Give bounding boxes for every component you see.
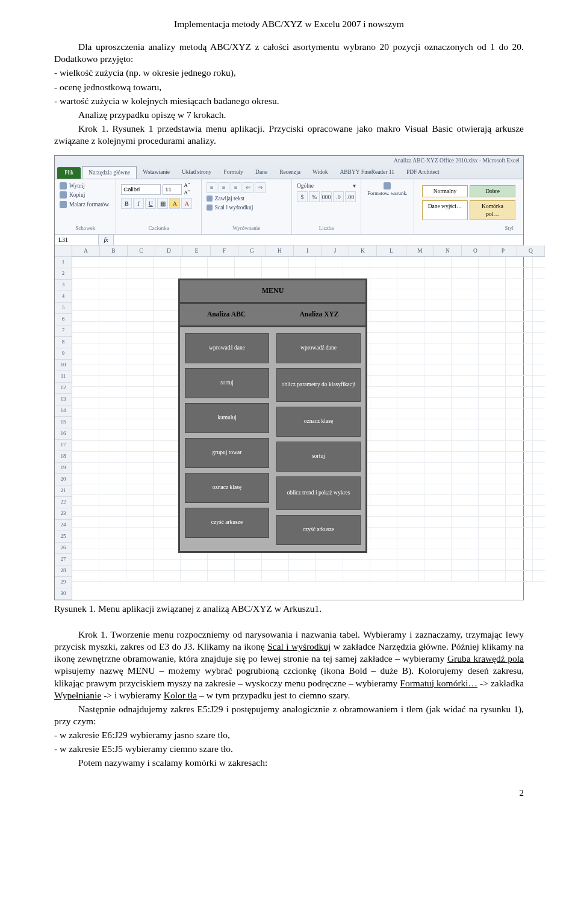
row-header[interactable]: 10 — [55, 360, 72, 371]
menu-button[interactable]: grupuj towar — [185, 438, 269, 468]
row-header[interactable]: 6 — [55, 314, 72, 325]
tab-formulas[interactable]: Formuły — [217, 166, 249, 179]
painter-button[interactable]: Malarz formatów — [69, 201, 109, 208]
row-header[interactable]: 4 — [55, 291, 72, 303]
row-header[interactable]: 15 — [55, 417, 72, 428]
window-title: Analiza ABC-XYZ Office 2010.xlsx - Micro… — [394, 157, 520, 164]
row-header[interactable]: 25 — [55, 531, 72, 543]
col-header[interactable]: Q — [517, 245, 545, 256]
row-header[interactable]: 22 — [55, 497, 72, 508]
row-header[interactable]: 18 — [55, 451, 72, 463]
grid-area[interactable]: MENU Analiza ABC Analiza XYZ wprowadź da… — [72, 257, 545, 582]
col-header[interactable]: B — [100, 245, 128, 256]
cut-button[interactable]: Wytnij — [69, 182, 85, 189]
col-header[interactable]: D — [155, 245, 183, 256]
tab-layout[interactable]: Układ strony — [176, 166, 217, 179]
page-title: Implementacja metody ABC/XYZ w Excelu 20… — [54, 18, 524, 30]
col-header[interactable]: K — [349, 245, 377, 256]
row-header[interactable]: 26 — [55, 543, 72, 554]
row-header[interactable]: 19 — [55, 463, 72, 474]
copy-button[interactable]: Kopiuj — [69, 191, 85, 199]
row-header[interactable]: 28 — [55, 565, 72, 577]
col-header[interactable]: E — [183, 245, 211, 256]
list-item: - w zakresie E5:J5 wybieramy ciemno szar… — [54, 743, 524, 755]
row-header[interactable]: 24 — [55, 520, 72, 531]
font-name-input[interactable] — [121, 184, 161, 195]
menu-panel: MENU Analiza ABC Analiza XYZ wprowadź da… — [178, 279, 367, 553]
row-header[interactable]: 8 — [55, 337, 72, 348]
menu-button[interactable]: wprowadź dane — [185, 333, 269, 363]
list-item: - wartość zużycia w kolejnych miesiącach… — [54, 95, 524, 107]
paragraph: Następnie odnajdujemy zakres E5:J29 i po… — [54, 703, 524, 727]
paragraph: Dla uproszczenia analizy metodą ABC/XYZ … — [54, 41, 524, 65]
col-header[interactable]: C — [128, 245, 155, 256]
tab-abbyy[interactable]: ABBYY FineReader 11 — [334, 166, 400, 179]
fx-icon[interactable]: fx — [99, 235, 114, 245]
group-font: Czcionka — [121, 225, 196, 232]
tab-home[interactable]: Narzędzia główne — [82, 166, 137, 179]
tab-file[interactable]: Plik — [57, 167, 81, 179]
cond-format-button[interactable]: Formatow. warunk. — [367, 190, 407, 197]
menu-button[interactable]: kumuluj — [185, 403, 269, 433]
style-normal[interactable]: Normalny — [422, 185, 468, 197]
col-header[interactable]: L — [377, 245, 406, 256]
tab-data[interactable]: Dane — [249, 166, 273, 179]
font-size-input[interactable] — [163, 184, 182, 195]
row-header[interactable]: 29 — [55, 577, 72, 588]
menu-button[interactable]: wprowadź dane — [276, 333, 361, 363]
row-headers: 1234567891011121314151617181920212223242… — [55, 245, 72, 600]
col-header[interactable]: H — [266, 245, 294, 256]
formula-bar[interactable] — [114, 235, 523, 245]
menu-button[interactable]: czyść arkusze — [185, 508, 269, 538]
tab-review[interactable]: Recenzja — [273, 166, 306, 179]
row-header[interactable]: 7 — [55, 325, 72, 337]
row-header[interactable]: 13 — [55, 394, 72, 405]
row-header[interactable]: 27 — [55, 554, 72, 565]
row-header[interactable]: 3 — [55, 280, 72, 291]
row-header[interactable]: 20 — [55, 474, 72, 485]
list-item: - wielkość zużycia (np. w okresie jedneg… — [54, 67, 524, 79]
col-header[interactable]: A — [72, 245, 100, 256]
menu-button[interactable]: sortuj — [276, 442, 361, 472]
name-box[interactable]: L31 — [55, 235, 99, 245]
cut-icon — [60, 182, 67, 189]
row-header[interactable]: 23 — [55, 508, 72, 520]
row-header[interactable]: 2 — [55, 268, 72, 280]
row-header[interactable]: 9 — [55, 348, 72, 360]
menu-button[interactable]: sortuj — [185, 368, 269, 398]
row-header[interactable]: 11 — [55, 371, 72, 383]
col-header[interactable]: I — [294, 245, 322, 256]
tab-insert[interactable]: Wstawianie — [137, 166, 176, 179]
col-header[interactable]: M — [406, 245, 434, 256]
menu-button[interactable]: oblicz trend i pokaż wykres — [276, 476, 361, 510]
row-header[interactable]: 16 — [55, 428, 72, 440]
font-buttons[interactable]: BIU▦AA — [121, 198, 196, 209]
row-header[interactable]: 17 — [55, 440, 72, 451]
row-header[interactable]: 14 — [55, 405, 72, 417]
menu-button[interactable]: oblicz parametry do klasyfikacji — [276, 368, 361, 402]
col-header[interactable]: P — [489, 245, 517, 256]
col-header[interactable]: F — [211, 245, 238, 256]
row-header[interactable]: 1 — [55, 257, 72, 268]
tab-pdf[interactable]: PDF Architect — [400, 166, 446, 179]
style-good[interactable]: Dobre — [470, 185, 515, 197]
tab-view[interactable]: Widok — [306, 166, 334, 179]
style-calc[interactable]: Komórka pol… — [470, 200, 515, 220]
wrap-button[interactable]: Zawijaj tekst — [215, 195, 244, 202]
col-header[interactable]: N — [434, 245, 462, 256]
row-header[interactable]: 12 — [55, 383, 72, 394]
figure-caption: Rysunek 1. Menu aplikacji związanej z an… — [54, 603, 524, 615]
col-header[interactable]: O — [462, 245, 489, 256]
merge-button[interactable]: Scal i wyśrodkuj — [215, 204, 253, 211]
menu-button[interactable]: czyść arkusze — [276, 515, 361, 545]
ribbon-tabs: Plik Narzędzia główne Wstawianie Układ s… — [55, 166, 523, 179]
style-output[interactable]: Dane wyjści… — [422, 200, 468, 220]
number-format[interactable]: Ogólne — [297, 182, 314, 189]
menu-button[interactable]: oznacz klasę — [276, 407, 361, 437]
row-header[interactable]: 30 — [55, 588, 72, 600]
col-header[interactable]: J — [322, 245, 349, 256]
menu-button[interactable]: oznacz klasę — [185, 473, 269, 503]
row-header[interactable]: 21 — [55, 485, 72, 497]
col-header[interactable]: G — [238, 245, 266, 256]
row-header[interactable]: 5 — [55, 303, 72, 314]
